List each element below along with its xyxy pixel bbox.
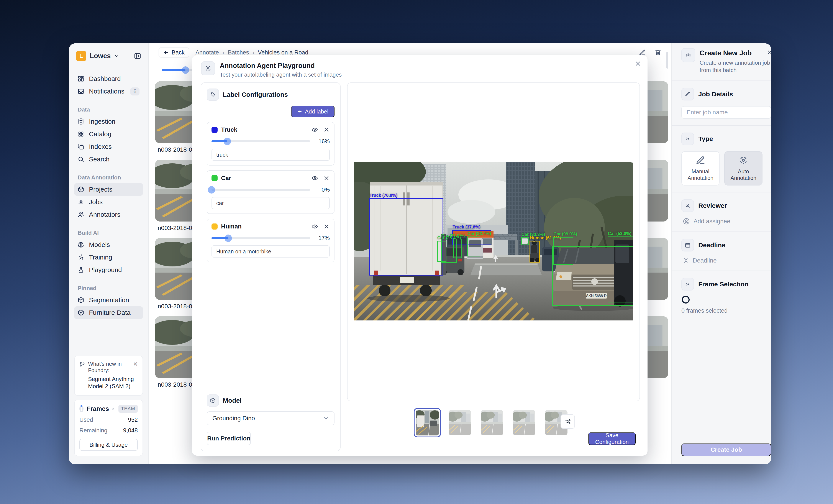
sidebar-item-catalog[interactable]: Catalog bbox=[74, 128, 143, 140]
shuffle-icon bbox=[564, 418, 571, 425]
preview-thumbnail[interactable] bbox=[479, 408, 505, 437]
info-icon bbox=[112, 406, 114, 412]
breadcrumb-item[interactable]: Batches bbox=[228, 49, 249, 56]
whats-new-title: What's new in Foundry: bbox=[88, 361, 130, 374]
confidence-value: 17% bbox=[314, 235, 330, 241]
cube-icon bbox=[78, 186, 84, 193]
label-color-swatch bbox=[212, 175, 218, 181]
option-label: Auto Annotation bbox=[725, 168, 762, 181]
breadcrumb-item[interactable]: Annotate bbox=[195, 49, 219, 56]
sidebar-item-label: Catalog bbox=[89, 130, 111, 138]
model-select[interactable]: Grounding Dino bbox=[207, 411, 334, 425]
sidebar-item-jobs[interactable]: Jobs bbox=[74, 196, 143, 208]
create-job-button[interactable]: Create Job bbox=[681, 443, 771, 456]
detection-label: Car (32.4%) bbox=[467, 231, 491, 236]
notifications-badge: 6 bbox=[130, 88, 140, 95]
add-label-button[interactable]: Add label bbox=[291, 106, 334, 117]
team-badge: TEAM bbox=[118, 405, 138, 413]
sidebar-item-indexes[interactable]: Indexes bbox=[74, 140, 143, 153]
eye-icon[interactable] bbox=[311, 126, 318, 133]
close-icon[interactable] bbox=[766, 49, 771, 55]
preview-thumbnail[interactable] bbox=[414, 408, 441, 437]
sidebar-item-label: Notifications bbox=[89, 88, 124, 95]
remove-label-icon[interactable] bbox=[323, 126, 330, 133]
auto-annotation-option[interactable]: Auto Annotation bbox=[724, 151, 762, 186]
job-stack-icon bbox=[681, 48, 695, 62]
back-button[interactable]: Back bbox=[159, 48, 189, 57]
preview-thumbnail[interactable] bbox=[511, 408, 537, 437]
detection-bbox: Car (53.0%) bbox=[608, 237, 633, 303]
remaining-value: 9,048 bbox=[123, 427, 138, 434]
billing-usage-button[interactable]: Billing & Usage bbox=[79, 439, 138, 451]
manual-annotation-option[interactable]: Manual Annotation bbox=[681, 151, 719, 186]
detection-label: Car (99.0%) bbox=[553, 232, 577, 237]
annotation-playground-modal: Annotation Agent Playground Test your au… bbox=[192, 55, 647, 456]
sidebar-section-title: Data Annotation bbox=[78, 174, 140, 181]
label-configurations-card: Label Configurations Add label Truck16%t… bbox=[201, 82, 340, 451]
sidebar-collapse-icon[interactable] bbox=[134, 52, 141, 60]
modal-title: Annotation Agent Playground bbox=[220, 62, 342, 70]
edit-pencil-icon bbox=[696, 155, 705, 165]
add-assignee-row[interactable]: Add assignee bbox=[681, 218, 771, 225]
label-prompt-input[interactable]: truck bbox=[212, 149, 330, 161]
thumbnail-strip bbox=[414, 408, 569, 437]
save-configuration-button[interactable]: Save Configuration bbox=[588, 432, 636, 445]
sidebar-item-search[interactable]: Search bbox=[74, 153, 143, 166]
whats-new-body[interactable]: Segment Anything Model 2 (SAM 2) bbox=[88, 376, 138, 390]
confidence-slider[interactable] bbox=[212, 140, 310, 142]
remove-label-icon[interactable] bbox=[323, 223, 330, 230]
breadcrumb-item[interactable]: Vehicles on a Road bbox=[258, 49, 308, 56]
scrollbar[interactable] bbox=[666, 52, 668, 69]
sidebar-section-title: Data bbox=[78, 106, 140, 113]
confidence-slider[interactable] bbox=[212, 237, 310, 239]
sidebar-item-label: Dashboard bbox=[89, 75, 121, 82]
preview-thumbnail[interactable] bbox=[447, 408, 473, 437]
add-label-text: Add label bbox=[305, 108, 328, 115]
frame-selection-title: Frame Selection bbox=[698, 281, 748, 288]
workspace-switcher[interactable]: L Lowes bbox=[74, 51, 143, 61]
shuffle-button[interactable] bbox=[561, 414, 575, 429]
sidebar-item-playground[interactable]: Playground bbox=[74, 264, 143, 276]
chevrons-icon bbox=[681, 133, 694, 145]
sidebar-item-training[interactable]: Training bbox=[74, 251, 143, 264]
sidebar-item-label: Ingestion bbox=[89, 118, 115, 125]
model-title: Model bbox=[223, 397, 242, 404]
person-icon bbox=[681, 199, 694, 212]
close-icon[interactable]: ✕ bbox=[133, 361, 138, 367]
chevron-down-icon bbox=[323, 415, 329, 421]
hourglass-icon bbox=[683, 257, 689, 264]
whats-new-card: What's new in Foundry: ✕ Segment Anythin… bbox=[74, 356, 143, 396]
run-prediction-button[interactable]: Run Prediction bbox=[207, 432, 251, 445]
label-color-swatch bbox=[212, 223, 218, 230]
deadline-row[interactable]: Deadline bbox=[681, 257, 771, 264]
sidebar-item-ingestion[interactable]: Ingestion bbox=[74, 115, 143, 128]
detection-bbox: Car (33.3%) bbox=[521, 237, 529, 245]
git-branch-icon bbox=[79, 361, 85, 367]
eye-icon[interactable] bbox=[311, 223, 318, 230]
edit-pencil-icon[interactable] bbox=[639, 49, 646, 56]
label-card: Car0%car bbox=[207, 170, 334, 214]
plus-icon bbox=[297, 109, 302, 114]
agent-scan-icon bbox=[201, 62, 215, 75]
label-prompt-input[interactable]: car bbox=[212, 197, 330, 209]
eye-icon[interactable] bbox=[311, 175, 318, 182]
detection-label: Truck (37.8%) bbox=[453, 224, 480, 230]
job-name-input[interactable]: Enter job name bbox=[681, 106, 771, 119]
sidebar-item-notifications[interactable]: Notifications 6 bbox=[74, 85, 143, 98]
sidebar-item-models[interactable]: Models bbox=[74, 238, 143, 251]
label-prompt-input[interactable]: Human on a motorbike bbox=[212, 245, 330, 258]
close-icon[interactable] bbox=[635, 60, 641, 67]
confidence-slider[interactable] bbox=[212, 189, 310, 191]
remove-label-icon[interactable] bbox=[323, 175, 330, 182]
sidebar-item-furniture-data[interactable]: Furniture Data bbox=[74, 306, 143, 319]
stack-icon bbox=[78, 199, 84, 205]
sidebar-item-label: Models bbox=[89, 241, 110, 248]
sidebar-item-annotators[interactable]: Annotators bbox=[74, 208, 143, 221]
sidebar-item-segmentation[interactable]: Segmentation bbox=[74, 294, 143, 306]
sidebar-item-projects[interactable]: Projects bbox=[74, 183, 143, 196]
sidebar-item-dashboard[interactable]: Dashboard bbox=[74, 72, 143, 85]
trash-icon[interactable] bbox=[654, 49, 661, 56]
detection-label: Truck (70.8%) bbox=[370, 193, 398, 198]
type-title: Type bbox=[698, 135, 713, 143]
sidebar-item-label: Projects bbox=[89, 186, 112, 193]
